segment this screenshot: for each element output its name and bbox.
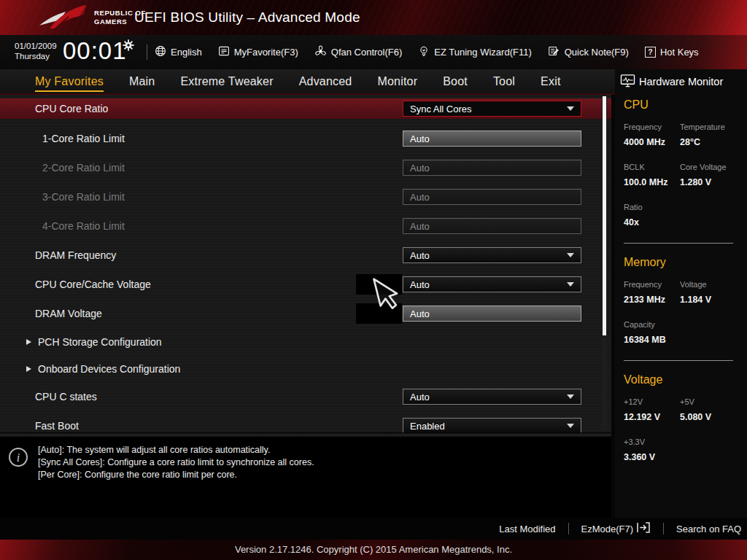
setting-row-dram-frequency[interactable]: DRAM Frequency Auto bbox=[0, 245, 611, 265]
tab-my-favorites[interactable]: My Favorites bbox=[35, 75, 104, 88]
cpu-core-ratio-dropdown[interactable]: Sync All Cores bbox=[403, 101, 581, 117]
memory-section-title: Memory bbox=[624, 256, 666, 269]
quick-note-button[interactable]: Quick Note(F9) bbox=[548, 45, 629, 59]
dropdown-value: Enabled bbox=[410, 421, 445, 432]
footer-bar: Last Modified EzMode(F7) Search on FAQ bbox=[0, 518, 747, 540]
setting-row-2-core-ratio-limit: 2-Core Ratio Limit Auto bbox=[0, 158, 611, 178]
submenu-arrow-icon bbox=[26, 366, 31, 372]
memory-voltage-label: Voltage bbox=[680, 280, 707, 289]
setting-row-3-core-ratio-limit: 3-Core Ratio Limit Auto bbox=[0, 187, 611, 207]
setting-row-cpu-core-cache-voltage[interactable]: CPU Core/Cache Voltage Auto bbox=[0, 274, 611, 295]
setting-row-fast-boot[interactable]: Fast Boot Enabled bbox=[0, 416, 611, 432]
chevron-down-icon bbox=[567, 424, 574, 428]
memory-voltage-value: 1.184 V bbox=[680, 295, 711, 305]
ez-tuning-wizard-button[interactable]: EZ Tuning Wizard(F11) bbox=[418, 45, 531, 60]
system-date: 01/01/2009 Thursday bbox=[15, 42, 57, 62]
memory-frequency-value: 2133 MHz bbox=[624, 295, 665, 305]
cpu-bclk-label: BCLK bbox=[624, 163, 645, 171]
setting-row-dram-voltage[interactable]: DRAM Voltage Auto bbox=[0, 303, 611, 324]
quick-access-bar: 01/01/2009 Thursday 00:01 bbox=[0, 35, 747, 69]
tab-extreme-tweaker[interactable]: Extreme Tweaker bbox=[180, 75, 273, 88]
hardware-monitor-header: Hardware Monitor bbox=[620, 74, 723, 90]
1-core-ratio-limit-input[interactable]: Auto bbox=[403, 131, 581, 147]
setting-label: DRAM Frequency bbox=[35, 249, 116, 261]
section-divider bbox=[624, 360, 733, 361]
voltage-12v-label: +12V bbox=[624, 397, 643, 406]
dram-frequency-dropdown[interactable]: Auto bbox=[403, 247, 581, 263]
monitor-icon bbox=[620, 74, 635, 90]
system-time: 00:01 bbox=[63, 37, 127, 65]
3-core-ratio-limit-input: Auto bbox=[403, 189, 581, 205]
help-line: [Sync All Cores]: Configure a core ratio… bbox=[38, 456, 314, 469]
page-title: UEFI BIOS Utility – Advanced Mode bbox=[134, 9, 360, 26]
tab-boot[interactable]: Boot bbox=[443, 75, 468, 88]
myfavorite-button[interactable]: MyFavorite(F3) bbox=[218, 45, 298, 59]
cpu-ratio-label: Ratio bbox=[624, 203, 643, 211]
cpu-c-states-dropdown[interactable]: Auto bbox=[403, 389, 581, 405]
input-value: Auto bbox=[410, 308, 430, 319]
gear-icon[interactable] bbox=[123, 39, 134, 54]
hot-keys-button[interactable]: ? Hot Keys bbox=[645, 47, 699, 58]
4-core-ratio-limit-input: Auto bbox=[403, 218, 581, 234]
setting-label: 3-Core Ratio Limit bbox=[42, 191, 125, 203]
cpu-temperature-value: 28°C bbox=[680, 137, 700, 147]
cpu-frequency-label: Frequency bbox=[624, 122, 662, 131]
note-icon bbox=[548, 45, 560, 59]
myfavorite-label: MyFavorite(F3) bbox=[234, 47, 298, 58]
section-divider bbox=[624, 243, 733, 244]
help-line: [Auto]: The system will adjust all core … bbox=[38, 444, 314, 456]
exit-to-ezmode-icon bbox=[636, 522, 651, 535]
cpu-ratio-value: 40x bbox=[624, 217, 639, 228]
setting-label: CPU C states bbox=[35, 391, 97, 402]
bios-screen: REPUBLIC OF GAMERS UEFI BIOS Utility – A… bbox=[0, 0, 747, 560]
tab-monitor[interactable]: Monitor bbox=[377, 75, 417, 88]
value-preview-box bbox=[356, 303, 402, 324]
tab-exit[interactable]: Exit bbox=[541, 75, 560, 88]
setting-label: Onboard Devices Configuration bbox=[38, 363, 180, 375]
qfan-control-button[interactable]: Qfan Control(F6) bbox=[314, 45, 403, 60]
help-line: [Per Core]: Configure the core ratio lim… bbox=[38, 469, 314, 481]
tab-advanced[interactable]: Advanced bbox=[299, 75, 352, 88]
tab-tool[interactable]: Tool bbox=[493, 75, 515, 88]
memory-capacity-label: Capacity bbox=[624, 320, 655, 329]
setting-row-pch-storage-configuration[interactable]: PCH Storage Configuration bbox=[0, 332, 611, 352]
language-button[interactable]: English bbox=[155, 45, 202, 59]
scrollbar[interactable] bbox=[602, 96, 607, 431]
setting-row-cpu-core-ratio[interactable]: CPU Core Ratio Sync All Cores bbox=[0, 98, 611, 119]
search-on-faq-button[interactable]: Search on FAQ bbox=[676, 524, 741, 534]
divider bbox=[568, 523, 569, 534]
divider bbox=[663, 523, 664, 534]
title-bar: REPUBLIC OF GAMERS UEFI BIOS Utility – A… bbox=[0, 0, 747, 35]
setting-label: Fast Boot bbox=[35, 420, 79, 432]
cpu-bclk-value: 100.0 MHz bbox=[624, 177, 667, 187]
dropdown-value: Auto bbox=[410, 392, 430, 402]
list-bottom-separator bbox=[0, 432, 611, 438]
fast-boot-dropdown[interactable]: Enabled bbox=[403, 418, 581, 432]
setting-label: 1-Core Ratio Limit bbox=[42, 133, 125, 144]
dram-voltage-input[interactable]: Auto bbox=[403, 306, 581, 322]
cpu-core-voltage-label: Core Voltage bbox=[680, 163, 727, 171]
help-panel: i [Auto]: The system will adjust all cor… bbox=[0, 438, 611, 518]
rog-eye-icon bbox=[38, 1, 88, 34]
chevron-down-icon bbox=[567, 106, 574, 111]
rog-logo: REPUBLIC OF GAMERS bbox=[38, 2, 146, 33]
setting-row-cpu-c-states[interactable]: CPU C states Auto bbox=[0, 386, 611, 407]
value-preview-box bbox=[356, 274, 402, 295]
input-value: Auto bbox=[410, 221, 430, 232]
cpu-core-cache-voltage-dropdown[interactable]: Auto bbox=[403, 276, 581, 292]
tab-main[interactable]: Main bbox=[129, 75, 155, 88]
voltage-12v-value: 12.192 V bbox=[624, 412, 660, 422]
setting-row-onboard-devices-configuration[interactable]: Onboard Devices Configuration bbox=[0, 359, 611, 379]
divider bbox=[147, 44, 147, 60]
last-modified-button[interactable]: Last Modified bbox=[499, 524, 555, 534]
ezmode-button[interactable]: EzMode(F7) bbox=[581, 522, 651, 535]
scrollbar-thumb[interactable] bbox=[603, 96, 606, 335]
setting-row-1-core-ratio-limit[interactable]: 1-Core Ratio Limit Auto bbox=[0, 128, 611, 149]
setting-label: CPU Core/Cache Voltage bbox=[35, 279, 151, 290]
dropdown-value: Auto bbox=[410, 279, 430, 290]
hardware-monitor-title: Hardware Monitor bbox=[639, 76, 723, 88]
settings-list: CPU Core Ratio Sync All Cores 1-Core Rat… bbox=[0, 95, 611, 432]
cpu-section-title: CPU bbox=[624, 98, 649, 112]
input-value: Auto bbox=[410, 163, 430, 174]
voltage-3v3-value: 3.360 V bbox=[624, 452, 655, 462]
